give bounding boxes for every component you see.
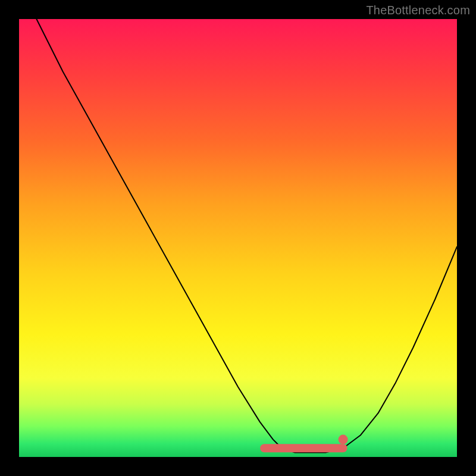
watermark-text: TheBottleneck.com [366, 4, 470, 17]
chart-svg [19, 19, 457, 457]
marker-dot [339, 435, 348, 444]
plot-area [19, 19, 457, 457]
chart-frame: TheBottleneck.com [0, 0, 476, 476]
bottleneck-curve [36, 19, 457, 453]
